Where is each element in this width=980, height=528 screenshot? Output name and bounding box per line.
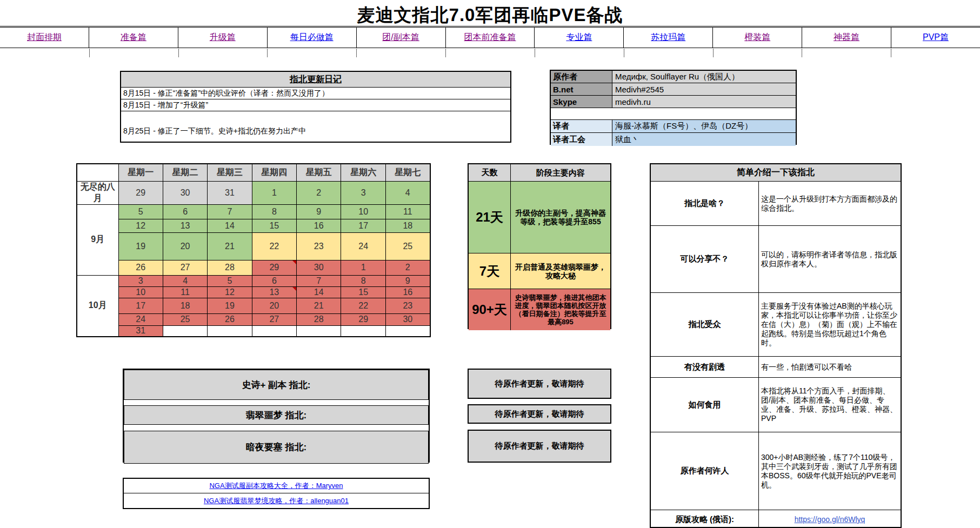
stage-header-desc: 阶段主要内容 (511, 164, 610, 181)
nav-tab-link[interactable]: 封面排期 (27, 32, 62, 43)
gridline-stub (713, 49, 714, 57)
intro-row-content: 主要服务于没有体验过AB测的半核心玩家，本指北可以让你事半功倍，让你至少在信（大… (759, 293, 901, 356)
calendar-day-cell: 29 (341, 313, 385, 325)
nav-tab-9[interactable]: 橙装篇 (713, 28, 802, 48)
intro-row-label: 有没有剧透 (651, 357, 759, 377)
nav-tab-link[interactable]: 升级篇 (210, 32, 236, 43)
original-guide-link[interactable]: https://goo.gl/n6Wlyq (761, 515, 898, 524)
stage-description: 史诗翡翠噩梦，推进其他团本进度，翡翠团本随机按区开放（看日期备注）把装等提升至最… (511, 289, 610, 330)
nav-tab-link[interactable]: 团本前准备篇 (464, 32, 516, 43)
calendar-day-cell: 18 (385, 219, 430, 232)
guide-row-label: 暗夜要塞 指北: (124, 431, 429, 464)
calendar-day-cell: 30 (297, 260, 341, 275)
calendar-day-header: 星期三 (208, 164, 252, 181)
intro-row: 指北是啥？这是一个从升级到打本方方面面都涉及的综合指北。 (651, 182, 901, 226)
guide-row-label: 翡翠噩梦 指北: (124, 405, 429, 425)
nav-tab-link[interactable]: 苏拉玛篇 (651, 32, 685, 43)
calendar-day-cell: 12 (208, 286, 252, 298)
calendar-day-cell: 28 (297, 313, 341, 325)
nav-tab-5[interactable]: 团/副本篇 (357, 28, 446, 48)
calendar-day-cell: 4 (385, 181, 430, 204)
calendar-day-cell: 24 (341, 232, 385, 260)
calendar-day-cell: 14 (297, 286, 341, 298)
calendar-day-cell: 21 (297, 298, 341, 313)
stage-description: 升级你的主副号，提高神器等级，把装等提升至855 (511, 182, 610, 253)
nga-guide-link[interactable]: NGA测试服翡翠梦境攻略，作者：allenguan01 (204, 496, 349, 506)
pending-update-cell: 待原作者更新，敬请期待 (468, 404, 611, 424)
author-row-value: medivh.ru (612, 96, 796, 108)
stage-header-days: 天数 (469, 164, 511, 181)
gridline-stub (267, 49, 268, 57)
calendar-day-cell: 11 (385, 204, 430, 219)
calendar-day-cell: 26 (118, 260, 163, 275)
intro-row: 指北受众主要服务于没有体验过AB测的半核心玩家，本指北可以让你事半功倍，让你至少… (651, 293, 901, 357)
intro-table: 简单介绍一下该指北 指北是啥？这是一个从升级到打本方方面面都涉及的综合指北。可以… (650, 163, 902, 528)
nav-tab-link[interactable]: 团/副本篇 (382, 32, 419, 43)
calendar-day-cell: 6 (252, 275, 296, 286)
calendar-day-cell: 11 (163, 286, 207, 298)
intro-row: 原作者何许人300+小时AB测经验，练了7个110级号，其中三个武装到牙齿，测试… (651, 432, 901, 510)
calendar-day-cell: 5 (208, 275, 252, 286)
nav-tab-1[interactable]: 封面排期 (0, 28, 89, 48)
intro-row: 原版攻略 (俄语):https://goo.gl/n6Wlyq (651, 510, 901, 528)
calendar-day-cell: 31 (118, 325, 163, 337)
nav-tab-10[interactable]: 神器篇 (802, 28, 891, 48)
stage-days-value: 90+天 (469, 289, 511, 330)
author-row: B.netMedivh#2545 (551, 83, 796, 96)
gridline-stub (89, 49, 90, 57)
calendar-day-cell: 29 (252, 260, 296, 275)
nav-tab-link[interactable]: 准备篇 (121, 32, 146, 43)
calendar-day-cell (208, 325, 252, 337)
intro-row-content: 300+小时AB测经验，练了7个110级号，其中三个武装到牙齿，测试了几乎所有团… (759, 432, 901, 510)
nav-tab-link[interactable]: 每日必做篇 (290, 32, 334, 43)
calendar-day-cell: 22 (252, 232, 296, 260)
nav-tab-4[interactable]: 每日必做篇 (268, 28, 357, 48)
intro-row-content: 可以的，请标明作者译者等信息，指北版权归原作者本人。 (759, 226, 901, 292)
intro-row-label: 原版攻略 (俄语): (651, 510, 759, 528)
spreadsheet-page: 麦迪文指北7.0军团再临PVE备战 封面排期准备篇升级篇每日必做篇团/副本篇团本… (0, 0, 980, 528)
intro-row-label: 指北受众 (651, 293, 759, 356)
author-row: 译者工会狱血丶 (551, 133, 796, 146)
guide-section-table: 史诗+ 副本 指北:翡翠噩梦 指北:暗夜要塞 指北: (123, 369, 430, 463)
calendar-day-header: 星期四 (252, 164, 296, 181)
calendar-day-cell: 23 (385, 298, 430, 313)
calendar-day-cell: 5 (118, 204, 163, 219)
author-row-label: 原作者 (551, 71, 612, 83)
calendar-day-cell: 15 (341, 286, 385, 298)
calendar-day-cell: 1 (252, 181, 296, 204)
calendar-day-cell: 16 (297, 219, 341, 232)
nav-tab-7[interactable]: 专业篇 (535, 28, 624, 48)
author-row: Skypemedivh.ru (551, 96, 796, 108)
nav-tab-8[interactable]: 苏拉玛篇 (624, 28, 713, 48)
intro-row-label: 指北是啥？ (651, 182, 759, 225)
diary-entry: 8月25日 - 修正了一下细节。史诗+指北仍在努力出产中 (121, 111, 510, 143)
stage-row: 7天开启普通及英雄翡翠噩梦，攻略大秘 (469, 253, 610, 289)
calendar-day-cell: 9 (385, 275, 430, 286)
calendar-day-header: 星期二 (163, 164, 207, 181)
calendar-day-cell (341, 325, 385, 337)
comment-indicator-icon (292, 287, 296, 291)
calendar-day-cell: 13 (252, 286, 296, 298)
nav-tab-link[interactable]: 神器篇 (834, 32, 859, 43)
calendar-day-cell: 7 (297, 275, 341, 286)
nav-tab-11[interactable]: PVP篇 (891, 28, 980, 48)
calendar-day-cell: 22 (341, 298, 385, 313)
nav-tab-2[interactable]: 准备篇 (89, 28, 178, 48)
author-info-table: 原作者Медифк, Soulflayer Ru（俄国人）B.netMedivh… (550, 70, 797, 145)
nav-tab-link[interactable]: 专业篇 (566, 32, 592, 43)
calendar-day-cell: 21 (208, 232, 252, 260)
calendar-day-cell: 25 (163, 313, 207, 325)
author-row-label: 译者 (551, 120, 612, 132)
calendar-day-cell: 15 (252, 219, 296, 232)
nav-tab-6[interactable]: 团本前准备篇 (446, 28, 535, 48)
calendar-day-cell: 29 (118, 181, 163, 204)
nav-tab-3[interactable]: 升级篇 (178, 28, 268, 48)
nav-tab-link[interactable]: 橙装篇 (744, 32, 770, 43)
stage-header-row: 天数阶段主要内容 (469, 164, 610, 182)
gridline-stub (356, 49, 357, 57)
calendar-day-cell: 8 (252, 204, 296, 219)
author-row-value: 海服-冰慕斯（FS号）、伊岛（DZ号） (612, 120, 796, 132)
nga-guide-link[interactable]: NGA测试服副本攻略大全，作者：Maryven (209, 481, 343, 491)
nav-tab-link[interactable]: PVP篇 (923, 32, 949, 43)
gridline-stub (802, 49, 802, 57)
